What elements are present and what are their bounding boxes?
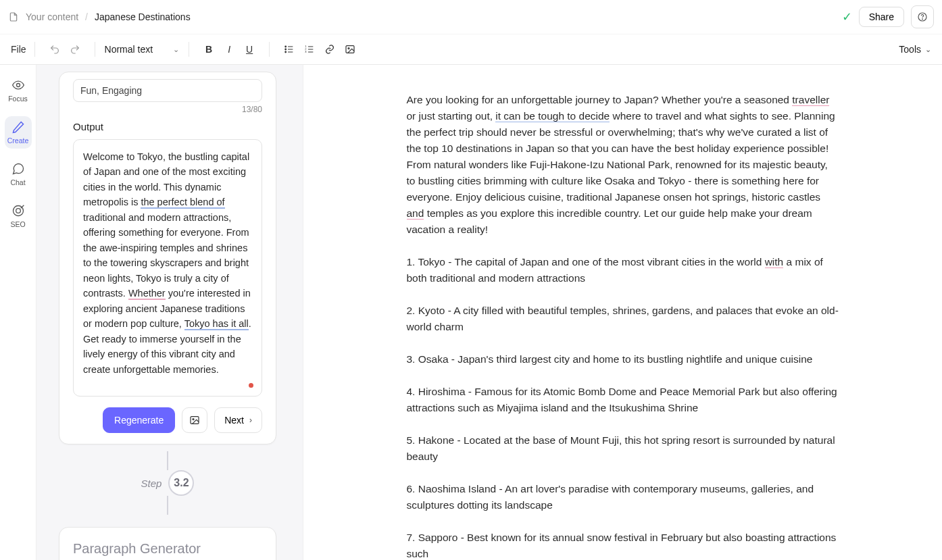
svg-point-2 xyxy=(285,46,287,47)
chevron-right-icon: › xyxy=(249,415,252,425)
output-textbox[interactable]: Welcome to Tokyo, the bustling capital o… xyxy=(73,139,262,397)
eye-icon xyxy=(11,78,25,92)
doc-list-item[interactable]: 4. Hiroshima - Famous for its Atomic Bom… xyxy=(407,384,839,416)
target-icon xyxy=(11,204,25,218)
svg-point-12 xyxy=(16,209,20,213)
chevron-down-icon: ⌄ xyxy=(925,45,931,54)
image-button[interactable] xyxy=(341,40,359,59)
doc-list-item[interactable]: 6. Naoshima Island - An art lover's para… xyxy=(407,481,839,513)
rail-chat-label: Chat xyxy=(10,178,25,186)
image-icon xyxy=(345,44,355,55)
tools-menu[interactable]: Tools ⌄ xyxy=(899,44,934,55)
tone-input[interactable]: Fun, Engaging xyxy=(73,79,262,102)
numbered-list-button[interactable]: 123 xyxy=(301,40,318,59)
step-number: 3.2 xyxy=(168,470,194,496)
doc-paragraph[interactable]: Are you looking for an unforgettable jou… xyxy=(407,92,839,238)
bold-button[interactable]: B xyxy=(200,40,218,59)
file-menu[interactable]: File xyxy=(8,40,29,59)
topbar-actions: ✓ Share xyxy=(842,5,934,28)
breadcrumb: Your content / Japanese Destinations xyxy=(8,11,191,22)
image-icon xyxy=(189,415,200,426)
tone-value: Fun, Engaging xyxy=(80,85,142,96)
redo-button[interactable] xyxy=(66,40,84,59)
next-button[interactable]: Next › xyxy=(214,407,262,433)
doc-list-item[interactable]: 1. Tokyo - The capital of Japan and one … xyxy=(407,254,839,286)
char-counter: 13/80 xyxy=(73,105,262,114)
svg-rect-8 xyxy=(346,46,354,53)
svg-point-4 xyxy=(285,51,287,53)
rail-seo[interactable]: SEO xyxy=(5,200,32,232)
image-output-button[interactable] xyxy=(182,407,207,433)
step-connector: Step 3.2 xyxy=(45,451,291,515)
doc-list-item[interactable]: 5. Hakone - Located at the base of Mount… xyxy=(407,432,839,465)
rail-create[interactable]: Create xyxy=(5,116,32,149)
generator-card: Paragraph Generator What is your paragra… xyxy=(59,527,276,560)
svg-point-1 xyxy=(922,19,923,20)
nav-rail: Focus Create Chat SEO xyxy=(0,65,36,560)
bulleted-list-button[interactable] xyxy=(280,40,298,59)
breadcrumb-root[interactable]: Your content xyxy=(26,11,78,22)
breadcrumb-sep: / xyxy=(85,11,88,22)
help-icon xyxy=(917,11,928,22)
step-label: Step xyxy=(141,478,162,489)
svg-rect-13 xyxy=(191,417,199,424)
chevron-down-icon: ⌄ xyxy=(173,45,179,54)
link-button[interactable] xyxy=(321,40,339,59)
output-text: Whether xyxy=(128,288,166,300)
sync-status-icon: ✓ xyxy=(842,9,852,24)
output-text: the perfect blend of xyxy=(141,197,224,209)
svg-point-3 xyxy=(285,49,287,50)
redo-icon xyxy=(70,44,80,55)
breadcrumb-title[interactable]: Japanese Destinations xyxy=(95,11,191,22)
undo-icon xyxy=(49,44,60,55)
text-style-dropdown[interactable]: Normal text ⌄ xyxy=(101,44,184,55)
text-style-label: Normal text xyxy=(105,44,153,55)
regenerate-button[interactable]: Regenerate xyxy=(103,407,175,433)
chat-icon xyxy=(11,162,25,176)
document-editor[interactable]: Are you looking for an unforgettable jou… xyxy=(303,65,942,560)
rail-focus[interactable]: Focus xyxy=(5,74,32,107)
undo-button[interactable] xyxy=(46,40,64,59)
svg-point-9 xyxy=(348,48,349,49)
side-panel-scroll[interactable]: Fun, Engaging 13/80 Output Welcome to To… xyxy=(36,65,303,560)
numbered-list-icon: 123 xyxy=(304,44,315,55)
recording-dot-icon xyxy=(249,383,253,388)
rail-create-label: Create xyxy=(7,136,29,145)
underline-button[interactable]: U xyxy=(241,40,258,59)
svg-text:3: 3 xyxy=(305,50,307,53)
output-card: Fun, Engaging 13/80 Output Welcome to To… xyxy=(59,72,276,444)
output-text: Tokyo has it all xyxy=(184,318,249,330)
side-panel: Fun, Engaging 13/80 Output Welcome to To… xyxy=(36,65,303,560)
rail-seo-label: SEO xyxy=(10,220,25,228)
output-actions: Regenerate Next › xyxy=(73,407,262,433)
next-label: Next xyxy=(224,415,244,426)
rail-chat[interactable]: Chat xyxy=(5,158,32,190)
output-label: Output xyxy=(73,121,262,132)
topbar: Your content / Japanese Destinations ✓ S… xyxy=(0,0,942,34)
doc-list-item[interactable]: 7. Sapporo - Best known for its annual s… xyxy=(407,530,839,560)
share-button[interactable]: Share xyxy=(859,7,904,27)
document-icon xyxy=(8,11,19,22)
generator-title: Paragraph Generator xyxy=(73,541,262,557)
editor-toolbar: File Normal text ⌄ B I U xyxy=(0,34,942,65)
output-text: traditional and modern attractions, offe… xyxy=(83,212,249,299)
svg-point-14 xyxy=(193,419,194,420)
pencil-icon xyxy=(11,120,25,134)
bulleted-list-icon xyxy=(284,44,295,55)
tools-label: Tools xyxy=(899,44,921,55)
link-icon xyxy=(324,44,335,55)
rail-focus-label: Focus xyxy=(8,95,28,103)
doc-list-item[interactable]: 2. Kyoto - A city filled with beautiful … xyxy=(407,303,839,335)
doc-list-item[interactable]: 3. Osaka - Japan's third largest city an… xyxy=(407,351,839,367)
italic-button[interactable]: I xyxy=(220,40,238,59)
help-button[interactable] xyxy=(911,5,934,28)
svg-point-10 xyxy=(16,84,20,87)
